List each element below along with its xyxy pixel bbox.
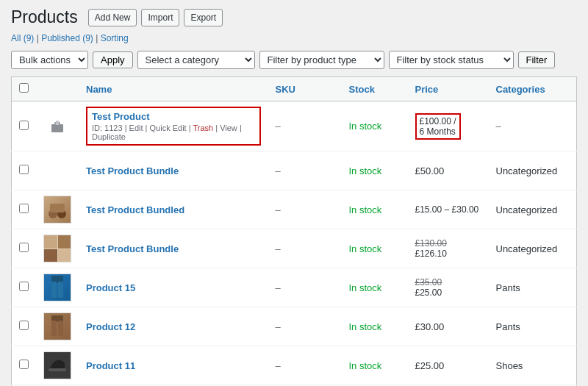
row-stock-cell: In stock — [342, 346, 408, 385]
row-checkbox-cell[interactable] — [12, 346, 37, 385]
row-checkbox-cell[interactable] — [12, 268, 37, 307]
trash-action[interactable]: Trash — [189, 124, 213, 132]
select-all-checkbox[interactable] — [19, 83, 29, 93]
filter-button[interactable]: Filter — [518, 51, 556, 68]
product-thumbnail — [43, 351, 71, 379]
original-price: £130.00 — [415, 238, 481, 249]
sku-column-header[interactable]: SKU — [268, 77, 342, 101]
quick-edit-action[interactable]: Quick Edit — [146, 124, 187, 132]
table-row: Test Product Bundle – In stock £130.00 £… — [12, 229, 577, 268]
row-price-cell: £25.00 — [408, 346, 489, 385]
row-thumb-cell — [36, 190, 79, 229]
product-thumbnail — [43, 235, 71, 262]
category-value: – — [496, 121, 501, 132]
row-thumb-cell — [36, 346, 79, 385]
price-column-header[interactable]: Price — [408, 77, 489, 101]
row-checkbox[interactable] — [19, 282, 29, 291]
category-value: Uncategorized — [496, 204, 558, 215]
product-thumbnail — [43, 196, 71, 224]
table-row: Test Product ID: 1123 Edit Quick Edit Tr… — [12, 101, 577, 151]
product-icon-box — [43, 157, 71, 185]
row-categories-cell: Uncategorized — [489, 190, 577, 229]
all-filter-link[interactable]: All (9) — [11, 33, 34, 43]
category-value: Shoes — [496, 360, 523, 371]
row-checkbox-cell[interactable] — [12, 101, 37, 151]
pants-icon — [50, 276, 65, 299]
product-name-link[interactable]: Test Product Bundle — [86, 165, 179, 176]
published-filter-link[interactable]: Published (9) — [41, 33, 93, 43]
price-value: £25.00 — [415, 360, 445, 371]
row-sku-cell: – — [268, 101, 342, 151]
row-checkbox[interactable] — [19, 360, 29, 369]
bulk-actions-select[interactable]: Bulk actions — [11, 51, 88, 69]
product-type-filter-select[interactable]: Filter by product type — [259, 51, 384, 69]
stock-column-header[interactable]: Stock — [342, 77, 408, 101]
import-button[interactable]: Import — [141, 9, 179, 26]
edit-action[interactable]: Edit — [125, 124, 143, 132]
row-actions: ID: 1123 Edit Quick Edit Trash View Dupl… — [92, 124, 255, 141]
row-checkbox[interactable] — [19, 204, 29, 213]
row-sku-cell: – — [268, 268, 342, 307]
sorting-filter-link[interactable]: Sorting — [101, 33, 129, 43]
export-button[interactable]: Export — [184, 9, 223, 26]
stock-status-filter-select[interactable]: Filter by stock status — [389, 51, 514, 69]
product-thumbnail — [43, 312, 71, 340]
row-price-cell: £30.00 — [408, 307, 489, 346]
row-stock-cell: In stock — [342, 268, 408, 307]
svg-rect-5 — [50, 204, 65, 212]
row-checkbox[interactable] — [19, 121, 29, 130]
row-checkbox-cell[interactable] — [12, 307, 37, 346]
row-checkbox-cell[interactable] — [12, 229, 37, 268]
row-checkbox-cell[interactable] — [12, 190, 37, 229]
category-filter-select[interactable]: Select a category — [137, 51, 255, 69]
products-table: Name SKU Stock Price Categories Test Pro… — [11, 76, 577, 386]
category-value: Uncategorized — [496, 165, 558, 176]
product-icon-box — [43, 112, 71, 140]
sku-value: – — [276, 165, 281, 176]
select-all-header[interactable] — [12, 77, 37, 101]
stock-status: In stock — [349, 243, 382, 254]
add-new-button[interactable]: Add New — [88, 9, 137, 26]
apply-button-top[interactable]: Apply — [93, 51, 133, 68]
product-name-link[interactable]: Test Product Bundled — [86, 204, 184, 215]
row-stock-cell: In stock — [342, 307, 408, 346]
edit-link[interactable]: Edit — [129, 124, 143, 132]
product-name-link[interactable]: Product 12 — [86, 321, 135, 332]
row-price-cell: £130.00 £126.10 — [408, 229, 489, 268]
duplicate-link[interactable]: Duplicate — [92, 132, 126, 141]
svg-rect-10 — [51, 321, 57, 336]
price-sale-block: £130.00 £126.10 — [415, 238, 481, 259]
product-name-link[interactable]: Test Product Bundle — [86, 243, 179, 254]
product-id: ID: 1123 — [92, 124, 123, 132]
row-thumb-cell — [36, 151, 79, 190]
row-checkbox[interactable] — [19, 243, 29, 252]
trash-link[interactable]: Trash — [193, 124, 213, 132]
view-action[interactable]: View — [215, 124, 237, 132]
thumb-header — [36, 77, 79, 101]
stock-status: In stock — [349, 360, 382, 371]
row-stock-cell: In stock — [342, 151, 408, 190]
row-categories-cell: Pants — [489, 268, 577, 307]
row-name-cell: Test Product ID: 1123 Edit Quick Edit Tr… — [79, 101, 268, 151]
pants-icon — [51, 315, 64, 337]
price-highlighted-wrapper: £100.00 /6 Months — [415, 113, 461, 140]
row-stock-cell: In stock — [342, 190, 408, 229]
row-checkbox-cell[interactable] — [12, 151, 37, 190]
shoe-icon — [46, 354, 68, 376]
page-title: Products — [11, 7, 78, 27]
category-value: Uncategorized — [496, 243, 558, 254]
svg-rect-8 — [58, 282, 63, 298]
quick-edit-link[interactable]: Quick Edit — [150, 124, 187, 132]
product-name-link[interactable]: Product 11 — [86, 360, 135, 371]
view-link[interactable]: View — [220, 124, 237, 132]
row-checkbox[interactable] — [19, 321, 29, 330]
name-column-header[interactable]: Name — [79, 77, 268, 101]
price-value: £100.00 /6 Months — [420, 116, 456, 137]
highlighted-name-wrapper: Test Product ID: 1123 Edit Quick Edit Tr… — [86, 107, 261, 146]
row-sku-cell: – — [268, 307, 342, 346]
sku-value: – — [276, 282, 281, 293]
product-name-link[interactable]: Test Product — [92, 111, 150, 122]
row-checkbox[interactable] — [19, 165, 29, 174]
filter-links: All (9) | Published (9) | Sorting — [11, 33, 577, 43]
product-name-link[interactable]: Product 15 — [86, 282, 135, 293]
